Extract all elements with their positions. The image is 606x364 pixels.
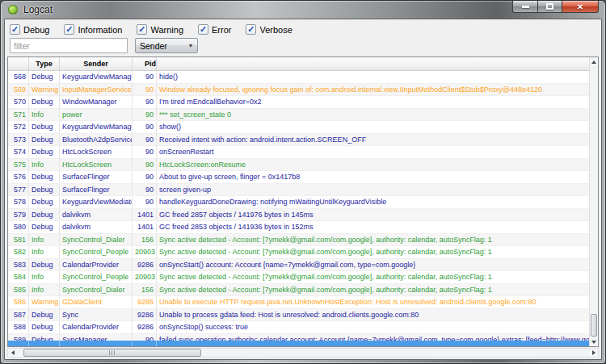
vertical-scroll-track[interactable] <box>590 66 598 337</box>
cell-rownum: 572 <box>8 121 29 134</box>
cell-sender: dalvikvm <box>60 221 133 234</box>
cell-sender: SyncControl_Dialer <box>60 284 133 297</box>
cell-pid: 90 <box>133 121 157 134</box>
close-button[interactable]: ✕ <box>562 1 599 13</box>
header-message[interactable] <box>157 57 589 70</box>
cell-message: onSyncStop() success: true <box>157 321 589 334</box>
cell-rownum: 584 <box>8 271 29 284</box>
table-header: Type Sender Pid <box>8 57 589 71</box>
table-row[interactable]: 583DebugCalendarProvider9286onSyncStart(… <box>8 259 589 272</box>
table-row[interactable]: 588DebugCalendarProvider9286onSyncStop()… <box>8 321 589 334</box>
table-row[interactable]: 578DebugKeyguardViewMediator90handleKeyg… <box>8 196 589 209</box>
checkbox-information[interactable]: ✓Information <box>64 24 122 35</box>
cell-sender: InputManagerService <box>60 84 133 97</box>
app-icon[interactable] <box>8 5 18 15</box>
log-grid: Type Sender Pid 568DebugKeyguardViewMana… <box>8 57 589 346</box>
cell-sender: power <box>60 109 133 122</box>
checkbox-verbose[interactable]: ✓Verbose <box>246 24 292 35</box>
checkbox-label: Verbose <box>259 25 292 35</box>
scroll-left-button[interactable] <box>8 349 17 357</box>
cell-pid: 156 <box>133 284 157 297</box>
table-row[interactable]: 579Debugdalvikvm1401GC freed 2857 object… <box>8 209 589 222</box>
minimize-button[interactable] <box>512 1 537 13</box>
cell-pid: 90 <box>133 159 157 172</box>
cell-pid: 20903 <box>133 271 157 284</box>
cell-pid: 90 <box>133 84 157 97</box>
table-row[interactable]: 580Debugdalvikvm1401GC freed 2853 object… <box>8 221 589 234</box>
cell-message: GC freed 2857 objects / 141976 bytes in … <box>157 209 589 222</box>
checkmark-icon: ✓ <box>64 24 74 35</box>
table-row[interactable]: 573DebugBluetoothA2dpService90Received i… <box>8 134 589 147</box>
selected-row-partial[interactable] <box>8 341 589 346</box>
table-row[interactable]: 586WarningGDataClient9286Unable to execu… <box>8 296 589 309</box>
cell-type: Debug <box>29 259 60 272</box>
cell-rownum: 573 <box>8 134 29 147</box>
checkbox-warning[interactable]: ✓Warning <box>137 24 183 35</box>
cell-rownum: 580 <box>8 221 29 234</box>
cell-sender: SurfaceFlinger <box>60 184 133 197</box>
header-rownum[interactable] <box>8 57 29 70</box>
table-row[interactable]: 568DebugKeyguardViewManager90hide() <box>8 71 589 84</box>
scroll-right-button[interactable] <box>589 349 598 357</box>
table-row[interactable]: 582InfoSyncControl_People20903Sync activ… <box>8 246 589 259</box>
client-area: ✓Debug✓Information✓Warning✓Error✓Verbose… <box>4 19 602 360</box>
table-row[interactable]: 571Infopower90*** set_screen_state 0 <box>8 109 589 122</box>
cell-sender: SyncControl_Dialer <box>60 234 133 247</box>
table-row[interactable]: 581InfoSyncControl_Dialer156Sync active … <box>8 234 589 247</box>
horizontal-scroll-track[interactable] <box>17 349 589 357</box>
cell-rownum: 576 <box>8 171 29 184</box>
cell-rownum: 568 <box>8 71 29 84</box>
cell-type: Info <box>29 271 60 284</box>
cell-sender: dalvikvm <box>60 209 133 222</box>
cell-sender: WindowManager <box>60 96 133 109</box>
cell-sender: BluetoothA2dpService <box>60 134 133 147</box>
cell-message: failed sync operation authority: calenda… <box>157 334 589 341</box>
table-row[interactable]: 569WarningInputManagerService90Window al… <box>8 84 589 97</box>
minimize-icon <box>522 6 529 8</box>
cell-type: Debug <box>29 209 60 222</box>
cell-sender: CalendarProvider <box>60 321 133 334</box>
cell-rownum: 586 <box>8 296 29 309</box>
table-row[interactable]: 584InfoSyncControl_People20903Sync activ… <box>8 271 589 284</box>
window-controls: ✕ <box>512 1 599 13</box>
cell-type: Debug <box>29 221 60 234</box>
header-pid[interactable]: Pid <box>133 57 157 70</box>
cell-pid: 90 <box>133 146 157 159</box>
table-row[interactable]: 587DebugSync9286Unable to process gdata … <box>8 309 589 322</box>
scroll-right-icon <box>592 350 595 355</box>
cell-message: Sync active detected - Account: [7ymekk@… <box>157 284 589 297</box>
table-row[interactable]: 576DebugSurfaceFlinger90About to give-up… <box>8 171 589 184</box>
maximize-button[interactable] <box>537 1 562 13</box>
checkmark-icon: ✓ <box>10 24 20 35</box>
sender-dropdown[interactable]: Sender ▼ <box>135 38 198 53</box>
header-type[interactable]: Type <box>29 57 60 70</box>
cell-sender: HtcLockScreen <box>60 146 133 159</box>
cell-type: Warning <box>29 296 60 309</box>
horizontal-scrollbar[interactable] <box>7 348 599 358</box>
scroll-up-button[interactable] <box>590 57 598 66</box>
table-row[interactable]: 577DebugSurfaceFlinger90screen given-up <box>8 184 589 197</box>
horizontal-scroll-thumb[interactable] <box>23 349 201 357</box>
table-row[interactable]: 572DebugKeyguardViewManager90show() <box>8 121 589 134</box>
vertical-scrollbar[interactable] <box>589 57 598 346</box>
checkbox-label: Error <box>212 25 231 35</box>
cell-pid: 20903 <box>133 246 157 259</box>
table-row[interactable]: 574DebugHtcLockScreen90onScreenRestart <box>8 146 589 159</box>
checkbox-error[interactable]: ✓Error <box>198 24 231 35</box>
cell-sender: KeyguardViewManager <box>60 121 133 134</box>
table-row[interactable]: 575InfoHtcLockScreen90HtcLockScreen:onRe… <box>8 159 589 172</box>
header-sender[interactable]: Sender <box>60 57 133 70</box>
table-row[interactable]: 585InfoSyncControl_Dialer156Sync active … <box>8 284 589 297</box>
checkmark-icon: ✓ <box>198 24 208 35</box>
table-row[interactable]: 589DebugSyncManager90failed sync operati… <box>8 334 589 341</box>
checkmark-icon: ✓ <box>137 24 147 35</box>
vertical-scroll-thumb[interactable] <box>591 314 597 337</box>
filter-input[interactable] <box>10 38 128 53</box>
cell-pid: 156 <box>133 234 157 247</box>
table-row[interactable]: 570DebugWindowManager90I'm tired mEndcal… <box>8 96 589 109</box>
cell-type: Info <box>29 234 60 247</box>
scroll-down-button[interactable] <box>590 337 598 346</box>
title-bar[interactable]: Logcat ✕ <box>1 1 605 19</box>
checkbox-debug[interactable]: ✓Debug <box>10 24 49 35</box>
cell-rownum: 581 <box>8 234 29 247</box>
